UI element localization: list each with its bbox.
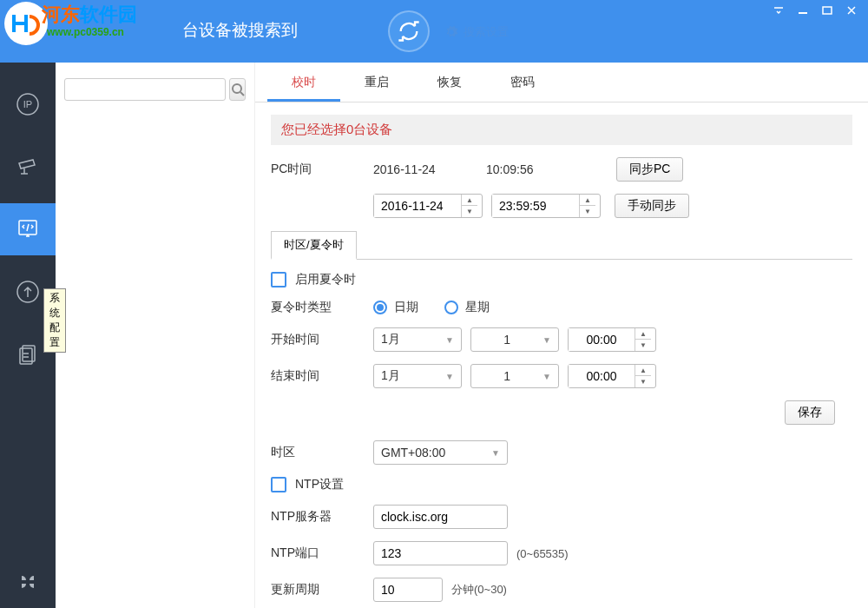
timezone-select[interactable]: GMT+08:00▼: [373, 440, 508, 465]
update-period-input[interactable]: [373, 578, 443, 602]
ntp-port-label: NTP端口: [271, 545, 373, 561]
svg-rect-0: [823, 7, 832, 14]
ntp-checkbox[interactable]: [271, 477, 286, 492]
chevron-down-icon: ▼: [542, 335, 551, 345]
ntp-port-hint: (0~65535): [516, 547, 569, 560]
chevron-up-icon[interactable]: ▲: [635, 328, 651, 340]
end-time-input[interactable]: ▲▼: [568, 364, 656, 388]
chevron-down-icon: ▼: [445, 335, 454, 345]
search-settings-label: 搜索设置: [464, 24, 509, 40]
chevron-up-icon[interactable]: ▲: [580, 195, 595, 206]
device-search-button[interactable]: [229, 78, 246, 101]
period-unit-label: 分钟(0~30): [451, 582, 507, 598]
maximize-icon[interactable]: [821, 5, 833, 16]
timezone-dst-tab[interactable]: 时区/夏令时: [271, 231, 357, 260]
chevron-down-icon[interactable]: ▼: [635, 340, 651, 351]
sidebar-item-ip[interactable]: IP: [0, 78, 56, 130]
pc-time-label: PC时间: [271, 162, 373, 177]
update-period-label: 更新周期: [271, 582, 373, 598]
content-panel: 校时 重启 恢复 密码 您已经选择0台设备 PC时间 2016-11-24 10…: [255, 63, 868, 608]
title-bar: 河东软件园 www.pc0359.cn 台设备被搜索到 搜索设置: [0, 0, 868, 63]
upload-icon: [16, 280, 40, 304]
dropdown-icon[interactable]: [773, 5, 785, 16]
svg-point-7: [233, 84, 241, 93]
dst-date-radio[interactable]: [373, 301, 387, 314]
chevron-down-icon[interactable]: ▼: [635, 376, 651, 387]
logo-url: www.pc0359.cn: [47, 26, 124, 38]
end-time-label: 结束时间: [271, 368, 373, 384]
selection-alert: 您已经选择0台设备: [271, 115, 852, 145]
chevron-down-icon: ▼: [491, 448, 500, 458]
chevron-down-icon: ▼: [445, 372, 454, 381]
dst-date-label: 日期: [394, 300, 418, 315]
tab-restore[interactable]: 恢复: [413, 63, 486, 102]
sidebar-item-config[interactable]: [0, 203, 56, 255]
camera-icon: [16, 155, 40, 179]
close-icon[interactable]: [845, 5, 858, 16]
ntp-server-label: NTP服务器: [271, 509, 373, 525]
end-month-select[interactable]: 1月▼: [373, 364, 462, 388]
chevron-down-icon: ▼: [542, 372, 551, 381]
start-time-label: 开始时间: [271, 332, 373, 347]
tab-time[interactable]: 校时: [267, 63, 340, 102]
window-controls: [773, 5, 858, 16]
sidebar-item-camera[interactable]: [0, 141, 56, 193]
sidebar-item-apps[interactable]: [0, 556, 56, 608]
tab-bar: 校时 重启 恢复 密码: [255, 63, 868, 102]
logo-watermark: 河东软件园 www.pc0359.cn: [0, 0, 148, 43]
timezone-label: 时区: [271, 445, 373, 460]
apps-icon: [16, 570, 40, 594]
dst-type-label: 夏令时类型: [271, 300, 373, 315]
end-day-select[interactable]: 1▼: [470, 364, 559, 388]
tab-password[interactable]: 密码: [486, 63, 559, 102]
tools-icon: [16, 217, 40, 241]
gear-icon: [444, 25, 458, 39]
enable-dst-checkbox[interactable]: [271, 272, 286, 287]
chevron-up-icon[interactable]: ▲: [635, 365, 651, 376]
search-settings-link[interactable]: 搜索设置: [444, 24, 509, 40]
tab-restart[interactable]: 重启: [340, 63, 413, 102]
device-list-panel: [56, 63, 255, 608]
ntp-server-input[interactable]: [373, 505, 508, 529]
start-time-input[interactable]: ▲▼: [568, 327, 656, 352]
manual-date-input[interactable]: ▲▼: [373, 194, 483, 218]
manual-sync-button[interactable]: 手动同步: [615, 194, 689, 218]
start-day-select[interactable]: 1▼: [470, 327, 559, 352]
page-title: 台设备被搜索到: [182, 19, 298, 42]
sidebar: IP 系统配置: [0, 63, 56, 608]
svg-text:IP: IP: [23, 99, 32, 109]
save-dst-button[interactable]: 保存: [785, 400, 835, 425]
start-month-select[interactable]: 1月▼: [373, 327, 462, 352]
ntp-settings-label: NTP设置: [295, 477, 344, 492]
chevron-up-icon[interactable]: ▲: [462, 195, 477, 206]
chevron-down-icon[interactable]: ▼: [580, 206, 595, 217]
dst-week-radio[interactable]: [444, 301, 458, 314]
refresh-button[interactable]: [388, 10, 430, 52]
ip-icon: IP: [16, 92, 40, 116]
sync-pc-button[interactable]: 同步PC: [616, 157, 683, 182]
pc-time-value: 10:09:56: [486, 162, 616, 176]
ntp-port-input[interactable]: [373, 541, 508, 565]
dst-week-label: 星期: [465, 300, 490, 315]
files-icon: [16, 342, 40, 367]
search-icon: [231, 83, 245, 96]
logo-text: 河东软件园: [42, 2, 137, 28]
manual-time-input[interactable]: ▲▼: [491, 194, 601, 218]
pc-date-value: 2016-11-24: [373, 162, 486, 176]
tooltip: 系统配置: [43, 288, 66, 353]
enable-dst-label: 启用夏令时: [295, 272, 356, 287]
chevron-down-icon[interactable]: ▼: [462, 206, 477, 217]
minimize-icon[interactable]: [797, 5, 809, 16]
device-search-input[interactable]: [64, 78, 226, 101]
